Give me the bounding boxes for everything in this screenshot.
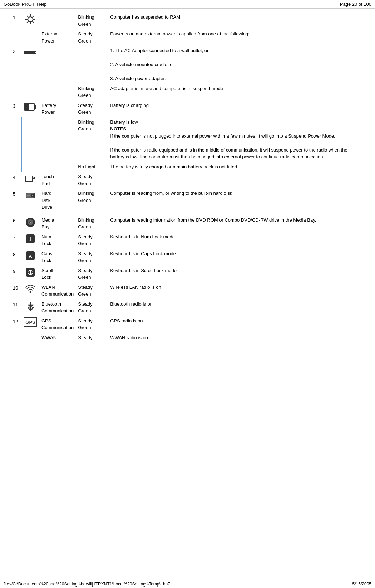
svg-text:1: 1: [29, 236, 32, 242]
table-row: ExternalPower SteadyGreen Power is on an…: [11, 29, 364, 46]
row-desc: [108, 172, 364, 188]
row-state: SteadyGreen: [76, 232, 108, 249]
svg-line-7: [33, 16, 34, 18]
row-state: BlinkingGreen: [76, 12, 108, 29]
bluetooth-icon: [21, 299, 39, 316]
row-state: No Light: [76, 162, 108, 172]
row-state: BlinkingGreen: [76, 188, 108, 212]
capslock-icon: A: [21, 249, 39, 266]
row-state: SteadyGreen: [76, 266, 108, 282]
row-state: SteadyGreen: [76, 299, 108, 316]
row-state: SteadyGreen: [76, 316, 108, 333]
row-label: BatteryPower: [39, 100, 76, 117]
row-desc: Computer is reading from, or writing to …: [108, 188, 364, 212]
scrolllock-icon: [21, 266, 39, 282]
row-num: 1: [11, 12, 21, 29]
row-label: NumLock: [39, 232, 76, 249]
table-row: 4 TouchPad SteadyGreen: [11, 172, 364, 188]
table-row: 3 BatteryPower SteadyGreen Battery is ch…: [11, 100, 364, 117]
row-num: 5: [11, 188, 21, 212]
row-state: SteadyGreen: [76, 29, 108, 46]
row-num: 10: [11, 282, 21, 299]
row-desc: Battery is low NOTES If the computer is …: [108, 117, 364, 162]
touchpad-icon: [21, 172, 39, 188]
svg-rect-11: [35, 51, 36, 52]
row-num: 2: [11, 46, 21, 84]
svg-line-5: [27, 16, 29, 18]
svg-point-22: [32, 195, 33, 196]
footer-date: 5/16/2005: [352, 582, 371, 587]
svg-rect-15: [25, 104, 29, 110]
media-bay-icon: [21, 215, 39, 232]
row-label: [39, 46, 76, 84]
svg-rect-10: [30, 51, 35, 54]
row-state: SteadyGreen: [76, 172, 108, 188]
row-desc: Battery is charging: [108, 100, 364, 117]
row-state: Steady: [76, 333, 108, 343]
table-row: 7 1 NumLock SteadyGreen Keyboard is in N…: [11, 232, 364, 249]
table-row: BlinkingGreen AC adapter is in use and c…: [11, 84, 364, 100]
row-label: WWAN: [39, 333, 76, 343]
svg-rect-23: [27, 195, 30, 196]
svg-rect-9: [24, 51, 30, 54]
app-title: GoBook PRO II Help: [4, 1, 46, 7]
table-row: 2 1. The AC Adapter connected to a wall …: [11, 46, 364, 84]
dc-power-icon: [21, 46, 39, 84]
page-number: Page 20 of 100: [340, 1, 371, 7]
row-desc: GPS radio is on: [108, 316, 364, 333]
table-row: No Light The battery is fully charged or…: [11, 162, 364, 172]
row-state: [76, 46, 108, 84]
row-desc: 1. The AC Adapter connected to a wall ou…: [108, 46, 364, 84]
row-desc: AC adapter is in use and computer is in …: [108, 84, 364, 100]
wlan-icon: [21, 282, 39, 299]
svg-point-27: [30, 222, 31, 223]
table-row: 11 BluetoothCommunication SteadyGreen Bl…: [11, 299, 364, 316]
gps-icon: GPS: [21, 316, 39, 333]
table-row: 10 WLANCommunication SteadyGreen Wireles…: [11, 282, 364, 299]
row-desc: Computer is reading information from the…: [108, 215, 364, 232]
row-desc: Power is on and external power is applie…: [108, 29, 364, 46]
svg-rect-16: [25, 176, 33, 182]
row-desc: Keyboard is in Num Lock mode: [108, 232, 364, 249]
row-desc: Computer has suspended to RAM: [108, 12, 364, 29]
row-state: SteadyGreen: [76, 282, 108, 299]
row-label: TouchPad: [39, 172, 76, 188]
svg-line-6: [33, 21, 34, 23]
row-label: GPSCommunication: [39, 316, 76, 333]
row-label: MediaBay: [39, 215, 76, 232]
svg-point-34: [30, 291, 31, 293]
row-num: 6: [11, 215, 21, 232]
power-led-icon: [21, 12, 39, 29]
row-num: 3: [11, 100, 21, 117]
table-row: 12 GPS GPSCommunication SteadyGreen GPS …: [11, 316, 364, 333]
table-row: 6 MediaBay BlinkingGreen Computer is rea…: [11, 215, 364, 232]
row-state: SteadyGreen: [76, 249, 108, 266]
row-state: SteadyGreen: [76, 100, 108, 117]
row-desc: The battery is fully charged or a main b…: [108, 162, 364, 172]
row-label: ScrollLock: [39, 266, 76, 282]
row-desc: Keyboard is in Scroll Lock mode: [108, 266, 364, 282]
row-state: BlinkingGreen: [76, 117, 108, 162]
table-row: WWAN Steady WWAN radio is on: [11, 333, 364, 343]
row-desc: Bluetooth radio is on: [108, 299, 364, 316]
svg-point-0: [28, 17, 33, 22]
row-label: CapsLock: [39, 249, 76, 266]
row-num: 11: [11, 299, 21, 316]
footer-path: file://C:\Documents%20and%20Settings\bar…: [4, 582, 174, 587]
spacer-row: [11, 212, 364, 215]
row-desc: Keyboard is in Caps Lock mode: [108, 249, 364, 266]
row-num: 7: [11, 232, 21, 249]
row-state: BlinkingGreen: [76, 84, 108, 100]
svg-rect-14: [34, 105, 36, 109]
svg-text:A: A: [29, 253, 32, 259]
table-row: 5 HardDiskDrive BlinkingGreen Computer i…: [11, 188, 364, 212]
row-state: BlinkingGreen: [76, 215, 108, 232]
row-num: 9: [11, 266, 21, 282]
row-num: 4: [11, 172, 21, 188]
table-row: 1 BlinkingGreen Co: [11, 12, 364, 29]
row-label: WLANCommunication: [39, 282, 76, 299]
row-label: BluetoothCommunication: [39, 299, 76, 316]
hdd-icon: [21, 188, 39, 212]
table-row: 8 A CapsLock SteadyGreen Keyboard is in …: [11, 249, 364, 266]
svg-rect-12: [35, 53, 36, 54]
